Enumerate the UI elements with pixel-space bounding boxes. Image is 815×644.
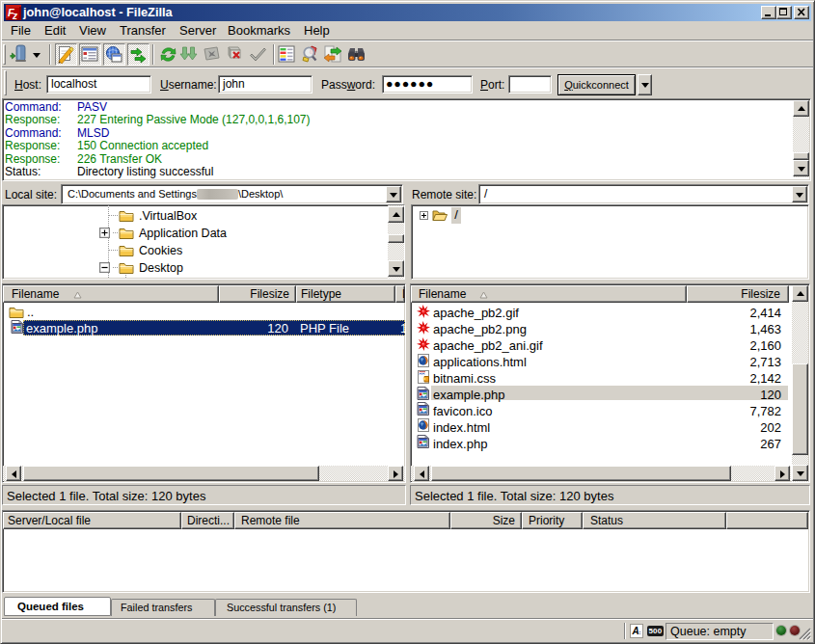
svg-text:z: z	[12, 11, 17, 20]
